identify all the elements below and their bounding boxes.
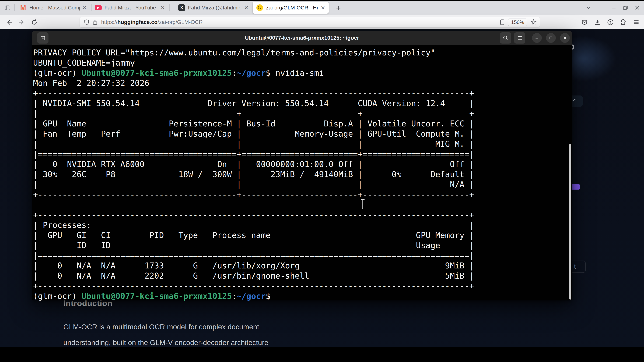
terminal-line: UBUNTU_CODENAME=jammy bbox=[33, 58, 565, 68]
terminal-line: | 30% 26C P8 18W / 300W | 23MiB / 49140M… bbox=[33, 169, 565, 179]
tab-close-icon[interactable]: ✕ bbox=[158, 5, 165, 11]
browser-close-button[interactable] bbox=[632, 2, 643, 13]
list-all-tabs-button[interactable] bbox=[583, 2, 594, 13]
terminal-titlebar[interactable]: Ubuntu@0077-kci-sma6-prxmx10125: ~/gocr bbox=[32, 31, 572, 45]
terminal-line: | Processes: | bbox=[33, 220, 565, 230]
url-text[interactable]: https://huggingface.co/zai-org/GLM-OCR bbox=[101, 19, 500, 25]
terminal-menu-button[interactable] bbox=[514, 32, 525, 43]
terminal-line: |---------------------------------------… bbox=[33, 108, 565, 119]
tab-separator bbox=[170, 4, 170, 11]
lock-icon[interactable] bbox=[92, 19, 98, 25]
tab-title: Fahd Mirza (@fahdmirza bbox=[188, 5, 240, 11]
url-scheme: https:// bbox=[101, 19, 118, 25]
search-icon bbox=[502, 35, 509, 41]
pocket-icon bbox=[581, 19, 588, 25]
tracking-shield-icon[interactable] bbox=[84, 19, 90, 25]
browser-tab[interactable]: Fahd Mirza - YouTube✕ bbox=[91, 2, 168, 14]
firefox-view-icon bbox=[4, 4, 11, 11]
page-paragraph-line1: GLM-OCR is a multimodal OCR model for co… bbox=[63, 323, 259, 331]
terminal-line: (glm-ocr) Ubuntu@0077-kci-sma6-prxmx1012… bbox=[33, 291, 565, 301]
url-bar[interactable]: https://huggingface.co/zai-org/GLM-OCR 1… bbox=[80, 17, 540, 27]
downloads-button[interactable] bbox=[592, 16, 603, 28]
terminal-window: Ubuntu@0077-kci-sma6-prxmx10125: ~/gocr … bbox=[32, 31, 572, 301]
tab-close-icon[interactable]: ✕ bbox=[242, 5, 248, 11]
terminal-line: +---------------------------------------… bbox=[33, 281, 565, 291]
forward-button[interactable] bbox=[16, 16, 27, 28]
pocket-button[interactable] bbox=[579, 16, 590, 28]
download-icon bbox=[594, 19, 601, 25]
tab-separator bbox=[91, 4, 92, 11]
back-button[interactable] bbox=[4, 16, 15, 28]
terminal-line: | NVIDIA-SMI 550.54.14 Driver Version: 5… bbox=[33, 98, 565, 108]
zoom-level-button[interactable]: 150% bbox=[508, 18, 527, 26]
terminal-output[interactable]: PRIVACY_POLICY_URL="https://www.ubuntu.c… bbox=[33, 47, 565, 301]
youtube-icon bbox=[95, 5, 102, 10]
app-menu-button[interactable] bbox=[631, 16, 642, 28]
massed-compute-icon: M bbox=[20, 4, 26, 11]
text-cursor bbox=[360, 199, 366, 210]
tab-close-icon[interactable]: ✕ bbox=[80, 5, 86, 11]
page-paragraph-line2: understanding, built on the GLM-V encode… bbox=[63, 339, 268, 347]
terminal-minimize-button[interactable] bbox=[532, 33, 542, 43]
terminal-line: |=======================================… bbox=[33, 250, 565, 261]
tab-title: Fahd Mirza - YouTube bbox=[104, 5, 156, 11]
terminal-menu-icon bbox=[516, 35, 523, 41]
terminal-maximize-icon bbox=[548, 35, 554, 40]
screen: t Introduction GLM-OCR is a multimodal O… bbox=[0, 0, 644, 362]
firefox-view-button[interactable] bbox=[3, 3, 12, 12]
url-path: /zai-org/GLM-OCR bbox=[158, 19, 203, 25]
tab-close-icon[interactable]: ✕ bbox=[318, 5, 325, 11]
browser-tab[interactable]: MHome - Massed Compute✕ bbox=[16, 2, 90, 14]
terminal-line: | GPU GI CI PID Type Process name GPU Me… bbox=[33, 230, 565, 240]
hamburger-menu-icon bbox=[633, 19, 640, 25]
browser-tab[interactable]: zai-org/GLM-OCR · Hugg✕ bbox=[253, 2, 329, 14]
reader-mode-icon[interactable] bbox=[500, 19, 505, 25]
chip-label: t bbox=[574, 263, 576, 270]
browser-minimize-button[interactable] bbox=[608, 2, 620, 13]
terminal-line: Mon Feb 2 20:27:32 2026 bbox=[33, 78, 565, 88]
letterbox-bottom bbox=[0, 347, 644, 362]
forward-arrow-icon bbox=[18, 19, 25, 26]
reload-icon bbox=[31, 19, 38, 26]
terminal-line: +---------------------------------------… bbox=[33, 190, 565, 200]
bookmark-star-icon[interactable] bbox=[530, 19, 537, 25]
terminal-line: | | | N/A | bbox=[33, 179, 565, 190]
terminal-line: | 0 N/A N/A 2202 G /usr/bin/gnome-shell … bbox=[33, 271, 565, 281]
terminal-maximize-button[interactable] bbox=[546, 33, 556, 43]
terminal-line: PRIVACY_POLICY_URL="https://www.ubuntu.c… bbox=[33, 47, 565, 58]
terminal-line: (glm-ocr) Ubuntu@0077-kci-sma6-prxmx1012… bbox=[33, 68, 565, 78]
tab-title: zai-org/GLM-OCR · Hugg bbox=[266, 5, 318, 11]
extensions-button[interactable] bbox=[618, 16, 629, 28]
terminal-line: | | | MIG M. | bbox=[33, 139, 565, 149]
navigation-toolbar: https://huggingface.co/zai-org/GLM-OCR 1… bbox=[0, 15, 644, 29]
chevron-down-icon bbox=[586, 5, 592, 11]
terminal-title: Ubuntu@0077-kci-sma6-prxmx10125: ~/gocr bbox=[32, 35, 572, 41]
terminal-line: | ID ID Usage | bbox=[33, 240, 565, 250]
terminal-line bbox=[33, 200, 565, 210]
terminal-line: |=======================================… bbox=[33, 149, 565, 159]
restore-window-icon bbox=[623, 5, 628, 11]
reload-button[interactable] bbox=[29, 16, 40, 28]
account-icon bbox=[607, 19, 614, 25]
back-arrow-icon bbox=[6, 19, 12, 26]
terminal-scrollbar[interactable] bbox=[569, 144, 572, 300]
browser-tab[interactable]: XFahd Mirza (@fahdmirza✕ bbox=[175, 2, 252, 14]
terminal-close-button[interactable] bbox=[560, 33, 570, 43]
terminal-minimize-icon bbox=[534, 35, 540, 40]
account-button[interactable] bbox=[605, 16, 616, 28]
x-twitter-icon: X bbox=[178, 4, 185, 11]
url-domain: huggingface.co bbox=[118, 19, 158, 25]
terminal-close-icon bbox=[562, 35, 568, 40]
browser-restore-button[interactable] bbox=[620, 2, 632, 13]
page-divider bbox=[570, 64, 644, 64]
terminal-line: | 0 N/A N/A 1733 G /usr/lib/xorg/Xorg 9M… bbox=[33, 261, 565, 271]
terminal-line: +---------------------------------------… bbox=[33, 88, 565, 98]
minimize-icon bbox=[611, 5, 617, 11]
terminal-line: | 0 NVIDIA RTX A6000 On | 00000000:01:00… bbox=[33, 159, 565, 169]
terminal-line: | GPU Name Persistence-M | Bus-Id Disp.A… bbox=[33, 119, 565, 129]
tab-bar: MHome - Massed Compute✕Fahd Mirza - YouT… bbox=[0, 0, 644, 15]
hugging-face-icon bbox=[256, 4, 263, 11]
terminal-search-button[interactable] bbox=[500, 32, 511, 43]
new-tab-button[interactable]: + bbox=[334, 3, 343, 13]
close-icon bbox=[634, 5, 640, 11]
